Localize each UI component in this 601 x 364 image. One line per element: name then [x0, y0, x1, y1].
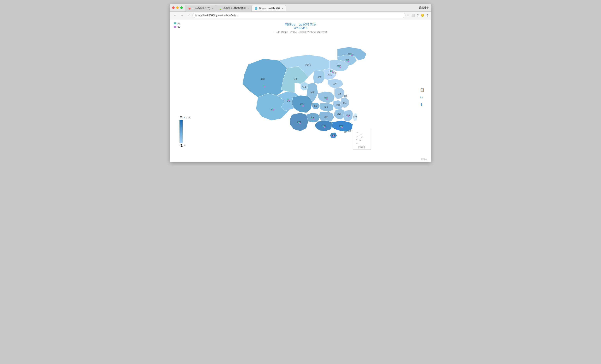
nav-bar: ← → ✕ ⊙ localhost:8080/dynamic-show/inde…	[170, 12, 431, 19]
tab-close-51cto[interactable]: ✕	[247, 7, 249, 10]
tab-label-pvuv: 网站pv、uv实时展示	[259, 7, 280, 10]
profile-icon[interactable]: 😊	[421, 14, 424, 17]
label-jiangsu: 江苏	[338, 93, 341, 95]
label-taiwan: 台湾	[353, 115, 357, 118]
back-button[interactable]: ←	[172, 13, 178, 17]
label-zhejiang: 浙江	[343, 102, 347, 104]
uv-dot-henan	[326, 98, 328, 100]
uv-dot-fujian	[348, 115, 349, 117]
tab-icon-pvuv: 🌐	[255, 7, 258, 10]
legend-pv-color	[174, 22, 176, 24]
close-button[interactable]	[172, 6, 175, 9]
refresh-data-icon[interactable]: ↻	[420, 95, 424, 99]
chart-subtitle: 一天内实时pv、uv展示，根据用户访问情况实时生成	[174, 30, 427, 34]
tab-icon-51cto: 🍃	[219, 7, 222, 10]
legend-pv-label: pv	[178, 22, 180, 25]
uv-dot-guangdong	[341, 127, 343, 128]
label-tianjin: 天津	[333, 72, 337, 74]
bottom-text: 仿津志	[421, 158, 427, 160]
bookmark-icon[interactable]: ☆	[407, 14, 410, 17]
scale-high-arrow: ▲	[183, 116, 185, 119]
page-content: pv uv 网站pv、uv实时展示 20180416 一天内实时pv、uv展示，…	[170, 19, 431, 162]
tab-51cto[interactable]: 🍃 香飘叶子-51CTO博客 ✕	[216, 5, 251, 11]
cast-icon[interactable]: ⬡	[417, 14, 419, 17]
bottom-bar: 仿津志	[421, 158, 427, 161]
browser-title-right: 香飘叶子	[419, 6, 429, 10]
menu-icon[interactable]: ⋮	[426, 14, 429, 17]
title-bar: 🐙 xpleaf (香飘叶子) ✕ 🍃 香飘叶子-51CTO博客 ✕ 🌐 网站p…	[170, 4, 431, 12]
forward-button[interactable]: →	[179, 13, 185, 17]
label-shandong: 山东	[333, 83, 337, 85]
uv-dot-jilin	[348, 61, 349, 62]
uv-dot-liaoning	[340, 67, 341, 68]
china-map-svg: 新疆 西藏 青海 甘肃 内蒙古 宁夏 陕西	[225, 41, 376, 153]
tab-label-51cto: 香飘叶子-51CTO博客	[223, 7, 246, 10]
tab-xpleaf[interactable]: 🐙 xpleaf (香飘叶子) ✕	[185, 5, 216, 11]
document-icon[interactable]: 📋	[420, 88, 424, 92]
chart-date: 20180416	[174, 27, 427, 30]
tabs-container: 🐙 xpleaf (香飘叶子) ✕ 🍃 香飘叶子-51CTO博客 ✕ 🌐 网站p…	[185, 4, 419, 11]
uv-dot-heilongjiang	[351, 55, 353, 56]
label-gansu: 甘肃	[294, 78, 298, 80]
province-xinjiang[interactable]	[242, 59, 287, 97]
label-macau: 澳门	[344, 131, 347, 133]
label-shaanxi: 陕西	[311, 91, 314, 93]
label-chongqing: 重庆	[314, 105, 318, 107]
label-shanxi: 山西	[318, 76, 321, 78]
label-hongkong: 香港 ，	[348, 130, 353, 132]
url-bar[interactable]: ⊙ localhost:8080/dynamic-show/index	[192, 13, 405, 18]
url-lock-icon: ⊙	[195, 14, 197, 16]
tab-close-xpleaf[interactable]: ✕	[212, 7, 213, 10]
legend-uv-color	[174, 26, 176, 28]
uv-dot-xinjiang	[264, 86, 265, 87]
label-xinjiang: 新疆	[261, 78, 265, 80]
uv-dot-xizang	[273, 109, 274, 111]
scale-low: 低 0	[180, 144, 185, 148]
legend-pv: pv	[174, 22, 180, 25]
scale-high-label: 高	[180, 115, 183, 120]
extensions-icon[interactable]: ⬜	[411, 14, 415, 17]
label-ningxia: 宁夏	[302, 86, 306, 88]
uv-dot-sichuan	[302, 105, 304, 107]
tab-icon-xpleaf: 🐙	[188, 7, 191, 10]
uv-dot-guizhou	[313, 118, 314, 120]
chart-header: 网站pv、uv实时展示 20180416 一天内实时pv、uv展示，根据用户访问…	[174, 22, 427, 34]
uv-dot-beijing	[332, 71, 333, 73]
label-hunan: 湖南	[324, 116, 328, 118]
traffic-lights	[172, 6, 183, 9]
scale-min-value: 0	[184, 144, 185, 147]
refresh-button[interactable]: ✕	[186, 13, 191, 17]
url-text: localhost:8080/dynamic-show/index	[198, 14, 238, 17]
legend-uv: uv	[174, 26, 180, 28]
scale-bar: 高 ▲ 229 低 0	[180, 115, 190, 148]
label-neimenggu: 内蒙古	[305, 64, 311, 66]
label-hebei: 河北	[328, 74, 331, 76]
download-icon[interactable]: ⬇	[420, 103, 424, 107]
label-jiangxi: 江西	[337, 113, 341, 115]
scale-high: 高 ▲ 229	[180, 115, 190, 120]
label-hubei: 湖北	[324, 106, 328, 108]
uv-dot-yunnan	[299, 123, 301, 124]
uv-dot-guangxi	[324, 126, 325, 128]
tab-label-xpleaf: xpleaf (香飘叶子)	[192, 7, 210, 10]
maximize-button[interactable]	[180, 6, 183, 9]
tab-close-pvuv[interactable]: ✕	[282, 7, 283, 10]
label-shanghai: 上海	[343, 95, 347, 97]
map-container: 高 ▲ 229 低 0 新疆 西藏	[174, 35, 427, 159]
right-panel-icons: 📋 ↻ ⬇	[420, 88, 424, 107]
minimize-button[interactable]	[176, 6, 179, 9]
chart-legend: pv uv	[174, 22, 180, 28]
chart-title: 网站pv、uv实时展示	[174, 22, 427, 27]
uv-dot-hainan	[333, 135, 334, 137]
label-anhui: 安徽	[336, 104, 340, 106]
nav-right-icons: ☆ ⬜ ⬡ 😊 ⋮	[407, 14, 429, 17]
scale-max-value: 229	[186, 116, 190, 119]
uv-dot-qinghai	[288, 99, 290, 101]
nanhai-label: 南海诸岛	[358, 146, 365, 148]
scale-gradient	[180, 120, 183, 143]
scale-low-label: 低	[180, 144, 183, 148]
tab-pvuv[interactable]: 🌐 网站pv、uv实时展示 ✕	[252, 5, 286, 11]
legend-uv-label: uv	[178, 26, 180, 28]
